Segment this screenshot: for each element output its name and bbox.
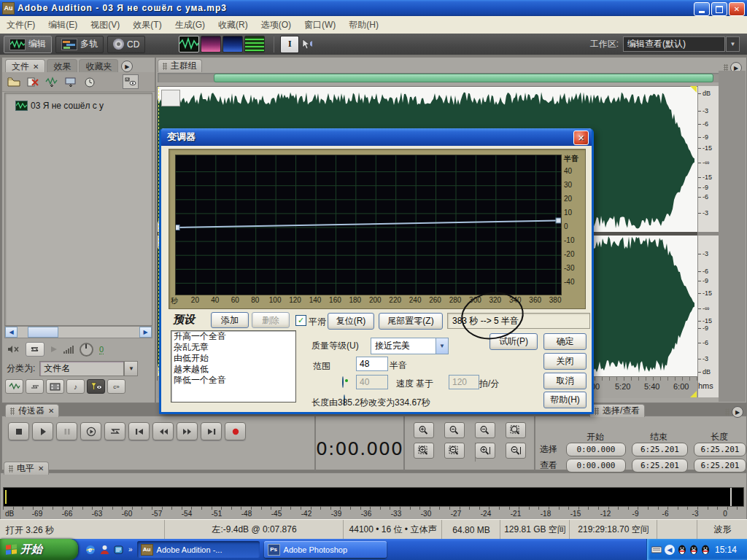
scroll-right-icon[interactable]: ▶ — [139, 327, 152, 338]
menu-item-5[interactable]: 收藏(R) — [212, 17, 255, 34]
range-value-field[interactable]: 48 — [356, 357, 388, 371]
scroll-left-icon[interactable]: ◀ — [5, 327, 18, 338]
close-file-icon[interactable] — [26, 75, 40, 88]
selection-value-box[interactable]: 0:00.000 — [566, 459, 626, 472]
cd-extract-icon[interactable]: c» — [107, 379, 125, 394]
record-timer-icon[interactable] — [82, 75, 97, 88]
tab-effects[interactable]: 效果 — [47, 59, 77, 73]
menu-item-6[interactable]: 选项(O) — [255, 17, 298, 34]
edit-view-button[interactable]: 编辑 — [4, 36, 52, 53]
range-semitones-radio[interactable] — [342, 376, 344, 388]
amplitude-ruler[interactable]: dB-3-6-9-15-∞-15-9-6-3-3-6-9-15-∞-15-9-6… — [697, 86, 719, 397]
selection-marker-bottom[interactable] — [690, 391, 697, 397]
volume-bars-icon[interactable] — [63, 346, 74, 354]
menu-item-1[interactable]: 编辑(E) — [42, 17, 84, 34]
zoom-to-selection-button[interactable] — [506, 422, 526, 438]
show-audio-files-toggle[interactable] — [5, 379, 23, 394]
tab-files-close-icon[interactable]: ✕ — [33, 63, 39, 71]
zero-tail-button[interactable]: 尾部置零(Z) — [379, 313, 443, 330]
zoom-in-horizontal-button[interactable] — [414, 422, 434, 438]
preset-item[interactable]: 越来越低 — [171, 364, 295, 375]
hide-icons-chevron[interactable]: ◀ — [665, 545, 675, 555]
loop-playback-button[interactable] — [26, 342, 44, 357]
pitch-envelope-graph[interactable]: 半音 403020100-10-20-30-40 秒 2040608010012… — [169, 149, 586, 309]
app-quicklaunch-icon[interactable] — [114, 545, 124, 555]
play-looped-button[interactable] — [104, 422, 125, 440]
selection-panel-menu-icon[interactable]: ▶ — [732, 406, 743, 418]
tab-files[interactable]: 文件 ✕ — [5, 59, 45, 73]
spectral-phase-button[interactable] — [244, 36, 265, 52]
qq-tray-icon-2[interactable] — [689, 545, 698, 555]
show-options-icon[interactable] — [123, 74, 139, 89]
menu-item-7[interactable]: 窗口(W) — [298, 17, 342, 34]
keyboard-tray-icon[interactable] — [651, 546, 662, 553]
ok-button[interactable]: 确定 — [543, 333, 587, 350]
close-dialog-button[interactable]: 关闭 — [543, 353, 587, 370]
tempo-value-field[interactable]: 120 — [449, 375, 479, 389]
menu-item-4[interactable]: 生成(G) — [169, 17, 212, 34]
preset-remove-button[interactable]: 删除 — [252, 312, 290, 328]
start-button[interactable]: 开始 — [0, 539, 78, 560]
pause-button[interactable] — [56, 422, 77, 440]
preset-item[interactable]: 杂乱无章 — [171, 342, 295, 353]
messenger-quicklaunch-icon[interactable] — [100, 545, 109, 555]
scrub-tool[interactable] — [299, 36, 317, 52]
preset-list[interactable]: 升高一个全音杂乱无章由低开始越来越低降低一个全音 — [171, 330, 296, 402]
fast-forward-button[interactable] — [177, 422, 198, 440]
envelope-handle[interactable] — [556, 218, 561, 223]
level-meter[interactable] — [3, 487, 744, 507]
file-list-item[interactable]: 03 Я не сошёл с у — [15, 101, 152, 111]
filter-eye-toggle[interactable] — [87, 379, 105, 394]
selection-value-box[interactable]: 0:00.000 — [566, 443, 626, 456]
rewind-button[interactable] — [152, 422, 174, 440]
tab-level[interactable]: 电平 ✕ — [4, 462, 49, 475]
taskbar-task-1[interactable]: PsAdobe Photoshop — [264, 541, 387, 558]
show-video-files-toggle[interactable] — [46, 379, 64, 394]
menu-item-0[interactable]: 文件(F) — [0, 17, 42, 34]
workspace-dropdown-arrow[interactable]: ▼ — [726, 36, 740, 52]
follow-playback-icon[interactable] — [50, 346, 58, 353]
restore-button[interactable] — [711, 2, 727, 16]
overview-scroll-track[interactable] — [158, 73, 746, 82]
preset-add-button[interactable]: 添加 — [211, 312, 249, 328]
volume-value[interactable]: 0 — [99, 345, 104, 354]
tab-transport[interactable]: 传送器 ✕ — [5, 404, 59, 417]
zoom-out-horizontal-button[interactable] — [444, 422, 465, 438]
insert-into-cd-icon[interactable] — [63, 75, 78, 88]
stop-button[interactable] — [8, 422, 29, 440]
show-loop-files-toggle[interactable] — [26, 379, 44, 394]
spectral-frequency-button[interactable] — [201, 36, 221, 52]
selection-value-box[interactable]: 6:25.201 — [694, 459, 746, 472]
zoom-out-vertical-button[interactable] — [506, 443, 526, 459]
quality-select[interactable]: 接近完美 ▼ — [371, 338, 449, 354]
dialog-close-icon[interactable]: ✕ — [573, 131, 589, 145]
insert-into-multitrack-icon[interactable] — [44, 75, 59, 88]
import-file-icon[interactable] — [7, 75, 21, 88]
preset-item[interactable]: 降低一个全音 — [171, 375, 295, 386]
menu-item-8[interactable]: 帮助(H) — [342, 17, 385, 34]
preset-item[interactable]: 由低开始 — [171, 353, 295, 364]
time-selection-tool[interactable]: I — [280, 36, 299, 53]
help-button[interactable]: 帮助(H) — [543, 392, 587, 408]
tab-favorites[interactable]: 收藏夹 — [79, 59, 118, 73]
smooth-checkbox[interactable]: ✓ — [295, 315, 306, 326]
selection-marker-top[interactable] — [690, 86, 697, 93]
taskbar-task-0[interactable]: AuAdobe Audition -... — [137, 541, 260, 558]
envelope-handle[interactable] — [175, 225, 179, 230]
reset-button[interactable]: 复位(R) — [328, 313, 374, 330]
menu-item-3[interactable]: 效果(T) — [126, 17, 168, 34]
multitrack-view-button[interactable]: 多轨 — [55, 36, 104, 53]
show-midi-files-toggle[interactable]: ♪ — [66, 379, 85, 394]
dialog-title-bar[interactable]: 变调器 ✕ — [161, 128, 592, 146]
cd-view-button[interactable]: CD — [107, 36, 145, 53]
zoom-selection-left-button[interactable] — [414, 443, 434, 459]
zoom-full-button[interactable] — [475, 422, 495, 438]
selection-value-box[interactable]: 6:25.201 — [632, 443, 688, 456]
scrollbar-thumb[interactable] — [28, 327, 58, 338]
cancel-button[interactable]: 取消 — [543, 373, 587, 389]
qq-tray-icon-3[interactable] — [701, 545, 710, 555]
quality-dropdown-arrow[interactable]: ▼ — [436, 338, 448, 354]
overview-range-bar[interactable] — [214, 74, 713, 82]
go-to-start-button[interactable] — [128, 422, 150, 440]
qq-tray-icon-1[interactable] — [678, 545, 686, 555]
